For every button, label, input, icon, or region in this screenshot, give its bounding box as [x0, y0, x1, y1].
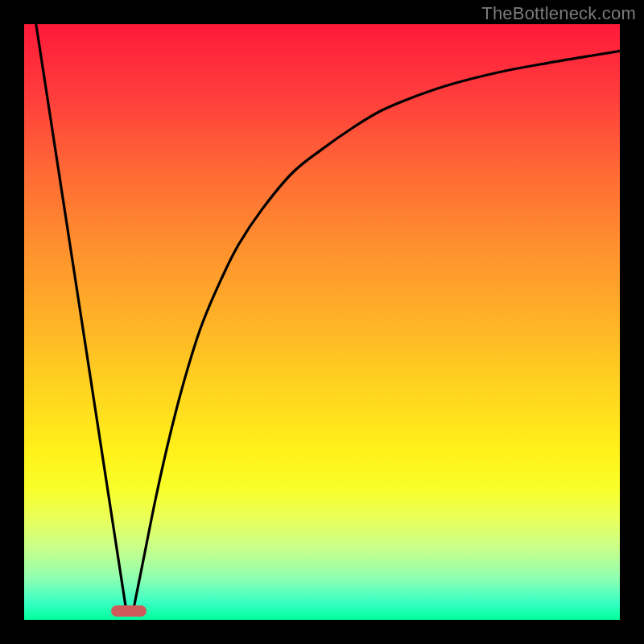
plot-area	[24, 24, 620, 620]
curve-right-branch	[134, 51, 620, 605]
curve-left-branch	[36, 24, 126, 605]
chart-frame: TheBottleneck.com	[0, 0, 644, 644]
watermark-text: TheBottleneck.com	[481, 3, 636, 24]
optimum-marker	[111, 605, 147, 617]
curve-layer	[24, 24, 620, 620]
